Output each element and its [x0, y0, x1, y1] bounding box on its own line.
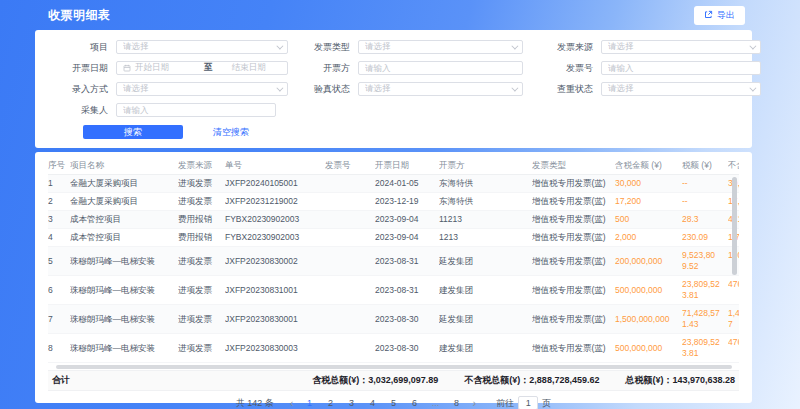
- table-row: 2金融大厦采购项目进项发票JXFP202312190022023-12-19东海…: [48, 193, 739, 211]
- pagination-total: 共 142 条: [236, 397, 274, 409]
- goto-page-input[interactable]: [518, 396, 538, 409]
- vertical-scrollbar[interactable]: [732, 177, 737, 275]
- date-end-placeholder: 结束日期: [216, 62, 281, 74]
- page-number-button[interactable]: 3: [346, 398, 358, 408]
- table-cell: 珠穆朗玛峰—电梯安装: [70, 276, 178, 304]
- entry-mode-placeholder: 请选择: [123, 83, 276, 95]
- table-cell: 5: [48, 247, 70, 275]
- invoice-type-select[interactable]: 请选择: [358, 40, 523, 54]
- invoice-source-select[interactable]: 请选择: [601, 40, 761, 54]
- table-cell: 500,000,000: [615, 334, 682, 362]
- table-cell: 成本管控项目: [70, 211, 178, 228]
- table-cell: 7: [48, 305, 70, 333]
- table-cell: 2: [48, 193, 70, 210]
- table-header-cell: 项目名称: [70, 157, 178, 174]
- table-row: 1金融大厦采购项目进项发票JXFP202401050012024-01-05东海…: [48, 175, 739, 193]
- page-number-button[interactable]: 2: [325, 398, 337, 408]
- table-cell: 建发集团: [439, 276, 532, 304]
- table-cell: 进项发票: [178, 305, 225, 333]
- page-number-button[interactable]: 8: [451, 398, 463, 408]
- table-cell: [325, 334, 375, 362]
- page-number-button[interactable]: 4: [367, 398, 379, 408]
- invoice-date-range-picker[interactable]: 开始日期 至 结束日期: [116, 61, 288, 75]
- table-cell: 东海特供: [439, 175, 532, 192]
- table-cell: 9,523,809.52: [682, 247, 728, 275]
- dup-check-status-select[interactable]: 请选择: [601, 82, 761, 96]
- page-number-button[interactable]: 5: [388, 398, 400, 408]
- entry-mode-select[interactable]: 请选择: [116, 82, 288, 96]
- table-body: 1金融大厦采购项目进项发票JXFP202401050012024-01-05东海…: [48, 175, 739, 363]
- table-cell: 珠穆朗玛峰—电梯安装: [70, 334, 178, 362]
- table-cell: 2023-12-19: [375, 193, 439, 210]
- table-scroll-area: 序号项目名称发票来源单号发票号开票日期开票方发票类型含税金额 (¥)税额 (¥)…: [48, 157, 739, 363]
- collector-input[interactable]: [123, 104, 269, 116]
- project-label: 项目: [48, 40, 108, 54]
- table-cell: 500,000,000: [615, 276, 682, 304]
- table-cell: 珠穆朗玛峰—电梯安装: [70, 305, 178, 333]
- project-select[interactable]: 请选择: [116, 40, 288, 54]
- issuer-input[interactable]: [365, 62, 516, 74]
- table-cell: 500: [615, 211, 682, 228]
- table-cell: [325, 193, 375, 210]
- table-cell: 71,428,571.43: [682, 305, 728, 333]
- issuer-input-wrap: [358, 61, 523, 75]
- pagination: 共 142 条 ‹ 123456...8 › 前往 页: [48, 391, 739, 409]
- verify-status-label: 验真状态: [296, 82, 350, 96]
- table-cell: [325, 247, 375, 275]
- table-cell: 2024-01-05: [375, 175, 439, 192]
- table-cell: 2023-08-31: [375, 276, 439, 304]
- page-number-button[interactable]: 1: [304, 398, 316, 408]
- calendar-icon: [123, 64, 131, 72]
- page-ellipsis: ...: [430, 398, 442, 408]
- next-page-button[interactable]: ›: [471, 398, 479, 409]
- table-cell: 8: [48, 334, 70, 362]
- table-header-row: 序号项目名称发票来源单号发票号开票日期开票方发票类型含税金额 (¥)税额 (¥)…: [48, 157, 739, 175]
- table-row: 5珠穆朗玛峰—电梯安装进项发票JXFP202308300022023-08-31…: [48, 247, 739, 276]
- verify-status-select[interactable]: 请选择: [358, 82, 523, 96]
- table-cell: --: [682, 193, 728, 210]
- table-row: 4成本管控项目费用报销FYBX202309020032023-09-041213…: [48, 229, 739, 247]
- table-cell: 珠穆朗玛峰—电梯安装: [70, 247, 178, 275]
- collector-input-wrap: [116, 103, 276, 117]
- table-cell: 200,000,000: [615, 247, 682, 275]
- search-button[interactable]: 搜索: [83, 125, 183, 139]
- issuer-label: 开票方: [296, 61, 350, 75]
- table-cell: 4: [48, 229, 70, 246]
- export-button[interactable]: 导出: [694, 6, 745, 25]
- table-cell: JXFP20231219002: [225, 193, 325, 210]
- table-cell: 2023-08-30: [375, 334, 439, 362]
- chevron-down-icon: [511, 84, 518, 91]
- dup-check-status-label: 查重状态: [531, 82, 593, 96]
- page-number-button[interactable]: 6: [409, 398, 421, 408]
- filter-panel: 项目 请选择 发票类型 请选择 发票来源 请选择 开票日期 开始日期 至 结束日…: [35, 30, 752, 148]
- date-to-label: 至: [204, 62, 213, 74]
- horizontal-scrollbar[interactable]: [56, 365, 732, 369]
- summary-without-tax: 不含税总额(¥)：2,888,728,459.62: [464, 374, 599, 387]
- dup-check-placeholder: 请选择: [608, 83, 749, 95]
- table-cell: 17,200: [615, 193, 682, 210]
- clear-search-button[interactable]: 清空搜索: [213, 126, 249, 139]
- table-cell: JXFP20230830001: [225, 305, 325, 333]
- summary-with-tax: 含税总额(¥)：3,032,699,097.89: [312, 374, 438, 387]
- table-cell: 建发集团: [439, 334, 532, 362]
- table-cell: --: [682, 175, 728, 192]
- table-cell: 延发集团: [439, 247, 532, 275]
- table-cell: 2023-09-04: [375, 211, 439, 228]
- table-cell: 增值税专用发票(蓝): [532, 175, 615, 192]
- chevron-down-icon: [749, 42, 756, 49]
- chevron-down-icon: [749, 84, 756, 91]
- invoice-no-input[interactable]: [608, 62, 754, 74]
- table-cell: 费用报销: [178, 229, 225, 246]
- table-cell: 6: [48, 276, 70, 304]
- page-numbers: 123456...8: [304, 398, 463, 408]
- entry-mode-label: 录入方式: [48, 82, 108, 96]
- table-cell: 476,190,476.19: [728, 334, 739, 362]
- table-cell: 1,500,000,000: [615, 305, 682, 333]
- prev-page-button[interactable]: ‹: [288, 398, 296, 409]
- table-header-cell: 发票号: [325, 157, 375, 174]
- table-cell: [325, 175, 375, 192]
- table-cell: [325, 229, 375, 246]
- table-cell: 进项发票: [178, 334, 225, 362]
- table-cell: 1: [48, 175, 70, 192]
- table-cell: 476,190,476.19: [728, 276, 739, 304]
